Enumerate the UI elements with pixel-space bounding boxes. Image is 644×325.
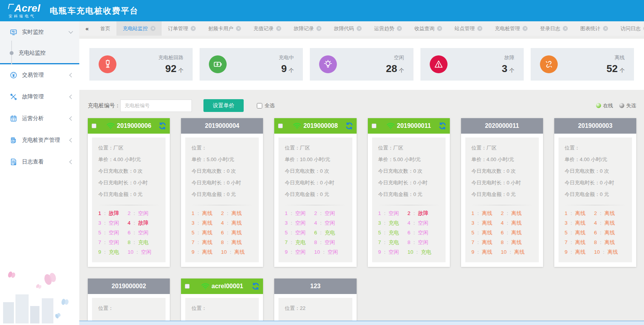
tab-label: 登录日志 (540, 25, 560, 32)
pile-info-row: 今日充电金额：0 元 (285, 189, 346, 200)
stat-label: 空闲 (386, 54, 404, 61)
tab-站点管理[interactable]: 站点管理× (448, 21, 489, 36)
pile-info-row: 今日充电时长：0 小时 (378, 177, 439, 189)
pile-info-row: 今日充电次数：0 次 (285, 165, 346, 177)
tab-close-icon[interactable]: × (150, 26, 155, 31)
refresh-icon[interactable] (438, 122, 447, 130)
stat-value: 52个 (606, 63, 625, 75)
sidebar-item-充电桩资产管理[interactable]: 充电桩资产管理 (0, 129, 79, 151)
port-status: 6：充电 (314, 228, 338, 237)
pile-card-header: 2019000002 (88, 279, 170, 294)
tab-故障代码[interactable]: 故障代码× (328, 21, 368, 36)
tab-close-icon[interactable]: × (437, 26, 442, 31)
set-price-button[interactable]: 设置单价 (203, 99, 244, 112)
pile-info-row: 位置：厂区 (471, 142, 533, 154)
refresh-icon[interactable] (158, 122, 167, 130)
legend-label: 失连 (626, 102, 636, 109)
stat-label: 充电桩回路 (158, 54, 183, 61)
pile-info-row: 位置：22 (285, 303, 346, 314)
tab-label: 收益查询 (414, 25, 434, 32)
collapse-tabs-button[interactable]: « (79, 21, 94, 36)
refresh-icon[interactable] (345, 122, 354, 130)
pile-info-row: 单价：4.00 小时/元 (471, 154, 533, 165)
tab-close-icon[interactable]: × (397, 26, 402, 31)
port-status: 9：空闲 (378, 247, 399, 257)
pile-card-123: 123位置：22 (274, 279, 356, 325)
chevron-left-icon (69, 160, 73, 164)
tab-close-icon[interactable]: × (236, 26, 241, 31)
pile-card-header: 123 (274, 279, 356, 294)
tab-登录日志[interactable]: 登录日志× (534, 21, 574, 36)
pile-select-checkbox[interactable] (92, 124, 96, 128)
logo-main-text: Acrel (14, 3, 41, 13)
pile-info-row: 今日充电金额：0 元 (191, 189, 253, 200)
tab-label: 射频卡用户 (208, 25, 233, 32)
pile-card-header: 2019000008 (274, 118, 356, 134)
refresh-icon[interactable] (251, 282, 260, 291)
stat-unit: 个 (509, 67, 514, 73)
tab-close-icon[interactable]: × (603, 26, 608, 31)
transaction-icon (10, 71, 17, 79)
sidebar-item-日志查看[interactable]: 日志查看 (0, 151, 79, 173)
pile-info-row: 位置： (191, 303, 253, 314)
tab-close-icon[interactable]: × (523, 26, 528, 31)
port-status: 3：充电 (378, 218, 399, 228)
pile-card-header: acrel00001 (181, 279, 263, 294)
sidebar-item-运营分析[interactable]: 运营分析 (0, 108, 79, 129)
tab-射频卡用户[interactable]: 射频卡用户× (202, 21, 247, 36)
tab-close-icon[interactable]: × (316, 26, 321, 31)
port-status: 6：离线 (594, 228, 618, 237)
tab-故障记录[interactable]: 故障记录× (287, 21, 328, 36)
tab-label: 充值记录 (253, 25, 273, 32)
pile-select-checkbox[interactable] (372, 124, 376, 128)
select-all-checkbox[interactable] (257, 103, 262, 108)
divider (379, 205, 439, 205)
sidebar-item-实时监控[interactable]: 实时监控 (0, 21, 79, 43)
pile-card-2019000003: 2019000003位置：单价：4.00 小时/元今日充电次数：0 次今日充电时… (554, 118, 636, 267)
pile-info-row: 今日充电时长：0 小时 (98, 177, 159, 189)
divider (472, 205, 532, 205)
pile-info-row: 今日充电时长：0 小时 (191, 177, 253, 189)
port-status: 5：空闲 (285, 228, 306, 237)
tab-访问日志[interactable]: 访问日志× (614, 21, 644, 36)
pile-info-row: 位置：厂区 (285, 142, 346, 154)
acrel-logo-icon (8, 4, 14, 9)
port-status: 4：空闲 (314, 218, 338, 228)
tab-运营趋势[interactable]: 运营趋势× (368, 21, 408, 36)
port-status: 8：空闲 (314, 237, 338, 247)
tab-图表统计[interactable]: 图表统计× (574, 21, 614, 36)
legend-label: 在线 (603, 102, 613, 109)
tab-充值记录[interactable]: 充值记录× (247, 21, 287, 36)
pile-info-row: 位置：厂区 (98, 142, 159, 154)
pile-select-checkbox[interactable] (278, 124, 283, 128)
port-status: 6：空闲 (128, 228, 152, 237)
tab-close-icon[interactable]: × (477, 26, 482, 31)
sidebar-subitem-充电站监控[interactable]: 充电站监控 (0, 43, 79, 63)
tab-收益查询[interactable]: 收益查询× (408, 21, 448, 36)
select-all-label: 全选 (265, 102, 275, 109)
port-status: 6：离线 (221, 228, 245, 237)
chevron-left-icon (69, 73, 73, 77)
sidebar-item-交易管理[interactable]: 交易管理 (0, 64, 79, 86)
pile-select-checkbox[interactable] (185, 284, 190, 289)
pile-number-input[interactable] (120, 100, 192, 112)
charging-gun-icon (99, 55, 116, 73)
tab-close-icon[interactable]: × (563, 26, 568, 31)
tab-label: 站点管理 (454, 25, 475, 32)
tab-close-icon[interactable]: × (191, 26, 196, 31)
tab-充电桩管理[interactable]: 充电桩管理× (489, 21, 534, 36)
port-status: 1：空闲 (285, 208, 306, 218)
port-status: 5：离线 (565, 228, 586, 237)
tab-首页[interactable]: 首页 (94, 21, 116, 36)
tab-充电站监控[interactable]: 充电站监控× (116, 21, 162, 36)
tab-label: 运营趋势 (374, 25, 394, 32)
pile-id: 2019000011 (397, 122, 431, 129)
tab-订单管理[interactable]: 订单管理× (162, 21, 202, 36)
port-status: 10：充电 (408, 247, 432, 257)
tab-close-icon[interactable]: × (357, 26, 362, 31)
sidebar-item-故障管理[interactable]: 故障管理 (0, 86, 79, 108)
port-status: 9：空闲 (285, 247, 306, 257)
pile-card-header: 2019000011 (368, 118, 450, 134)
chevron-left-icon (69, 138, 73, 142)
tab-close-icon[interactable]: × (276, 26, 281, 31)
